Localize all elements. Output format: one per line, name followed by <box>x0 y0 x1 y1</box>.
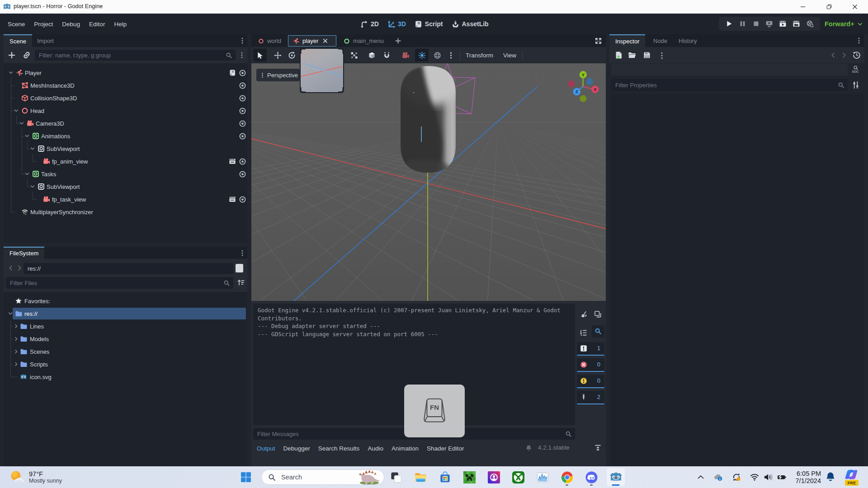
new-scene-tab-button[interactable] <box>395 38 401 44</box>
file-row[interactable]: Models <box>4 333 247 345</box>
weather-widget[interactable]: 97°F Mostly sunny <box>5 466 66 488</box>
file-row[interactable]: Lines <box>4 320 247 333</box>
tree-row[interactable]: Camera3D <box>4 117 247 130</box>
sort-files-icon[interactable] <box>237 278 245 286</box>
tree-row[interactable]: Tasks <box>4 168 247 180</box>
taskbar-app-file-explorer[interactable] <box>411 468 429 486</box>
play-button[interactable] <box>725 20 733 28</box>
perspective-menu[interactable]: Perspective <box>256 69 300 81</box>
local-space-toggle[interactable] <box>365 49 378 61</box>
fs-dock-menu-icon[interactable] <box>239 249 246 257</box>
display-mode-toggle[interactable] <box>236 264 243 272</box>
tab-inspector[interactable]: Inspector <box>609 34 645 47</box>
tree-row[interactable]: Animations <box>4 130 247 142</box>
save-resource-icon[interactable] <box>643 51 651 59</box>
node-badge-icon[interactable] <box>229 196 236 203</box>
chevron-icon[interactable] <box>14 361 19 367</box>
chevron-icon[interactable] <box>30 146 35 151</box>
play-scene-button[interactable] <box>779 20 787 28</box>
visibility-eye-icon[interactable] <box>239 69 246 77</box>
taskbar-app-godot[interactable] <box>607 468 625 486</box>
view-menu[interactable]: View <box>500 47 520 63</box>
battery-icon[interactable] <box>777 472 787 482</box>
snap-toggle[interactable] <box>380 49 393 61</box>
menu-item[interactable]: Scene <box>3 21 29 28</box>
close-tab-icon[interactable] <box>322 38 328 44</box>
copilot-button[interactable]: PRE <box>844 469 859 486</box>
tree-row[interactable]: Head <box>4 104 247 117</box>
clear-output-icon[interactable] <box>580 311 588 319</box>
renderer-select[interactable]: Forward+ <box>825 14 863 34</box>
tab-node[interactable]: Node <box>647 34 673 47</box>
taskbar-app-xbox[interactable] <box>509 468 527 486</box>
tree-row[interactable]: Player <box>4 66 247 79</box>
play-remote-button[interactable] <box>765 20 773 28</box>
bottom-tab[interactable]: Audio <box>363 445 387 452</box>
search-toggle[interactable] <box>592 325 604 338</box>
dock-menu-icon[interactable] <box>239 37 246 44</box>
file-row[interactable]: res:// <box>4 307 247 320</box>
bottom-tab[interactable]: Debugger <box>279 445 314 452</box>
minimize-button[interactable] <box>793 0 813 14</box>
tree-row[interactable]: CollisionShape3D <box>4 92 247 104</box>
group-tool[interactable] <box>347 49 361 61</box>
distraction-free-icon[interactable] <box>595 38 602 44</box>
history-back-icon[interactable] <box>8 265 14 271</box>
visibility-eye-icon[interactable] <box>239 82 246 89</box>
viewport-extra-menu[interactable] <box>444 49 458 61</box>
scene-tool-menu-icon[interactable] <box>238 52 245 59</box>
tree-row[interactable]: SubViewport <box>4 142 247 155</box>
tree-row[interactable]: MultiplayerSynchronizer <box>4 206 247 218</box>
messages-badge[interactable]: 1 <box>577 342 604 356</box>
inspector-dock-menu-icon[interactable] <box>855 37 863 44</box>
stop-button[interactable] <box>752 20 760 28</box>
history-forward-icon[interactable] <box>16 265 23 271</box>
history-forward-icon[interactable] <box>841 52 847 58</box>
copy-output-icon[interactable] <box>594 310 602 318</box>
bottom-tab[interactable]: Search Results <box>314 445 364 452</box>
tab-filesystem[interactable]: FileSystem <box>4 247 44 259</box>
preview-sunlight-toggle[interactable] <box>415 49 429 61</box>
maximize-button[interactable] <box>819 0 840 14</box>
tree-row[interactable]: fp_task_view <box>4 193 247 206</box>
camera-preview-toggle[interactable] <box>399 49 412 61</box>
tab-scene[interactable]: Scene <box>4 34 32 47</box>
expand-panel-icon[interactable] <box>594 444 602 452</box>
viewport-3d[interactable]: Y X Z <box>251 63 606 301</box>
movie-maker-button[interactable] <box>806 20 814 28</box>
editor-mode-button[interactable]: 2D <box>360 20 379 28</box>
tray-expand-icon[interactable] <box>696 472 706 482</box>
history-back-icon[interactable] <box>830 52 836 58</box>
preview-environment-toggle[interactable] <box>430 49 444 61</box>
visibility-eye-icon[interactable] <box>239 170 246 178</box>
editor-mode-button[interactable]: 3D <box>387 20 406 28</box>
taskbar-app-avatar-app[interactable] <box>485 468 503 486</box>
load-resource-icon[interactable] <box>628 51 636 59</box>
chevron-icon[interactable] <box>19 121 24 126</box>
inspector-filter-input[interactable]: Filter Properties <box>611 79 848 91</box>
taskbar-app-task-view[interactable] <box>387 468 405 486</box>
chevron-icon[interactable] <box>24 171 30 177</box>
pause-button[interactable] <box>739 20 746 28</box>
rotate-tool[interactable] <box>285 49 298 61</box>
chevron-icon[interactable] <box>14 349 19 354</box>
warnings-badge[interactable]: 0 <box>577 375 604 388</box>
wifi-icon[interactable] <box>750 472 760 482</box>
file-row[interactable]: Scenes <box>4 345 247 358</box>
file-row[interactable]: Scripts <box>4 358 247 371</box>
collapse-messages-icon[interactable] <box>580 329 587 337</box>
scene-tab-player[interactable]: player <box>288 35 336 47</box>
taskbar-app-performance-monitor[interactable] <box>533 468 552 486</box>
taskbar-app-minecraft[interactable] <box>460 468 478 486</box>
tab-history[interactable]: History <box>673 34 703 47</box>
errors-badge[interactable]: 0 <box>577 358 604 372</box>
editor-mode-button[interactable]: Script <box>415 20 443 28</box>
visibility-eye-icon[interactable] <box>239 120 246 127</box>
menu-item[interactable]: Help <box>109 21 131 28</box>
node-badge-icon[interactable] <box>229 69 236 76</box>
scene-filter-input[interactable]: Filter: name, t:type, g:group <box>35 50 236 61</box>
tree-row[interactable]: MeshInstance3D <box>4 79 247 92</box>
resource-extra-icon[interactable] <box>658 52 666 60</box>
tree-row[interactable]: SubViewport <box>4 180 247 193</box>
editor-mode-button[interactable]: AssetLib <box>452 20 489 28</box>
